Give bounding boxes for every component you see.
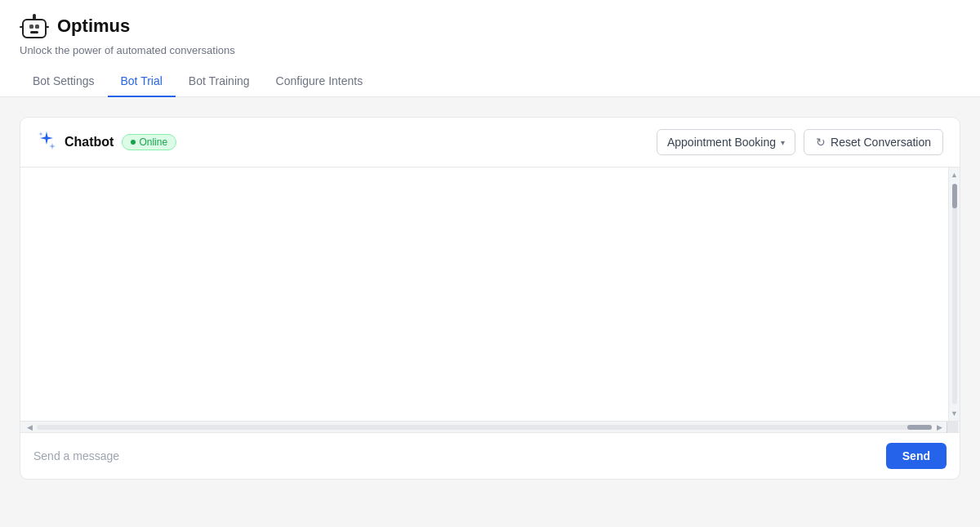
svg-rect-8 [26, 24, 42, 29]
vertical-scrollbar[interactable]: ▲ ▼ [948, 167, 960, 421]
tab-bot-trial[interactable]: Bot Trial [108, 66, 176, 97]
horizontal-scrollbar[interactable]: ◀ ▶ [20, 421, 960, 432]
brand-row: Optimus [20, 11, 960, 41]
chatbot-panel: Chatbot Online Appointment Booking ▾ ↻ R… [20, 117, 960, 480]
status-dot [131, 140, 136, 145]
chat-area: ▲ ▼ [20, 167, 960, 421]
chatbot-header-left: Chatbot Online [37, 130, 176, 154]
reset-label: Reset Conversation [831, 136, 931, 149]
page-content: Chatbot Online Appointment Booking ▾ ↻ R… [0, 97, 980, 499]
reset-icon: ↻ [816, 136, 826, 149]
vertical-scroll-thumb[interactable] [952, 184, 957, 208]
brand-name: Optimus [57, 16, 130, 37]
scroll-up-arrow[interactable]: ▲ [949, 167, 960, 182]
tab-bot-settings[interactable]: Bot Settings [20, 66, 108, 97]
horizontal-scroll-track[interactable] [37, 425, 932, 430]
appointment-booking-dropdown[interactable]: Appointment Booking ▾ [657, 129, 795, 155]
status-badge: Online [122, 134, 176, 150]
tab-configure-intents[interactable]: Configure Intents [263, 66, 376, 97]
chatbot-header-right: Appointment Booking ▾ ↻ Reset Conversati… [657, 129, 943, 155]
chat-message-input[interactable] [33, 449, 878, 462]
reset-conversation-button[interactable]: ↻ Reset Conversation [804, 129, 943, 155]
svg-rect-3 [30, 31, 38, 33]
chatbot-header: Chatbot Online Appointment Booking ▾ ↻ R… [20, 118, 960, 167]
chevron-down-icon: ▾ [781, 138, 785, 147]
brand-logo-icon [20, 11, 49, 41]
scroll-left-arrow[interactable]: ◀ [22, 422, 37, 433]
status-text: Online [139, 136, 167, 148]
page-header: Optimus Unlock the power of automated co… [0, 0, 980, 97]
scroll-down-arrow[interactable]: ▼ [949, 406, 960, 421]
chatbot-sparkle-icon [37, 130, 56, 154]
vertical-scroll-track[interactable] [952, 184, 957, 404]
chat-input-row: Send [20, 432, 960, 479]
send-button[interactable]: Send [886, 443, 947, 469]
brand-tagline: Unlock the power of automated conversati… [20, 44, 960, 56]
scroll-right-arrow[interactable]: ▶ [932, 422, 947, 433]
horizontal-scroll-thumb[interactable] [907, 425, 932, 430]
appointment-booking-label: Appointment Booking [667, 136, 776, 149]
svg-point-5 [33, 14, 36, 17]
nav-tabs: Bot Settings Bot Trial Bot Training Conf… [20, 66, 960, 96]
tab-bot-training[interactable]: Bot Training [176, 66, 263, 97]
chat-scroll-area[interactable] [20, 167, 960, 421]
chatbot-title: Chatbot [65, 135, 114, 150]
scrollbar-corner [947, 422, 958, 433]
